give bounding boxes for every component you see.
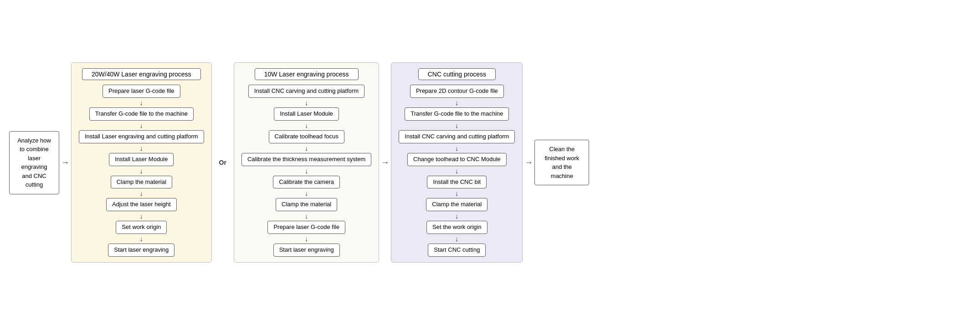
arrow-cnc-5: [455, 189, 459, 197]
clean-label: Clean the finished work and the machine: [544, 146, 579, 179]
step-10w-7: Prepare laser G-code file: [267, 221, 345, 234]
step-cnc-6: Clamp the material: [426, 198, 487, 211]
arrow-20w-7: [140, 235, 144, 243]
clean-box: Clean the finished work and the machine: [534, 140, 589, 185]
analyze-box: Analyze how to combine laser engraving a…: [9, 131, 59, 194]
arrow-20w-6: [140, 212, 144, 220]
process-20w-title: 20W/40W Laser engraving process: [82, 68, 201, 80]
step-cnc-3: Install CNC carving and cutting platform: [399, 130, 515, 143]
process-10w-steps: Install CNC carving and cutting platform…: [241, 85, 371, 257]
process-20w-steps: Prepare laser G-code file Transfer G-cod…: [79, 85, 204, 257]
or-label: Or: [215, 159, 231, 166]
arrow-cnc-1: [455, 99, 459, 107]
arrow-10w-1: [305, 99, 308, 107]
process-cnc-steps: Prepare 2D contour G-code file Transfer …: [399, 85, 515, 257]
step-cnc-2: Transfer G-code file to the machine: [405, 107, 509, 121]
step-10w-2: Install Laser Module: [274, 107, 339, 121]
step-10w-8: Start laser engraving: [273, 244, 340, 257]
step-20w-6: Adjust the laser height: [106, 198, 177, 211]
processes-group: 20W/40W Laser engraving process Prepare …: [71, 62, 379, 263]
step-10w-6: Clamp the material: [276, 198, 337, 211]
arrow-cnc-7: [455, 235, 459, 243]
arrow-10w-7: [305, 235, 308, 243]
step-cnc-8: Start CNC cutting: [428, 244, 486, 257]
step-cnc-7: Set the work origin: [426, 221, 487, 234]
arrow-analyze-to-processes: →: [59, 158, 71, 168]
process-10w-container: 10W Laser engraving process Install CNC …: [234, 62, 379, 263]
arrow-cnc-2: [455, 122, 459, 129]
step-20w-4: Install Laser Module: [109, 153, 174, 166]
step-20w-3: Install Laser engraving and cutting plat…: [79, 130, 204, 143]
step-20w-7: Set work origin: [116, 221, 167, 234]
arrow-10w-6: [305, 212, 308, 220]
arrow-20w-3: [140, 144, 144, 152]
step-cnc-4: Change toolhead to CNC Module: [407, 153, 507, 166]
step-10w-1: Install CNC carving and cutting platform: [248, 85, 364, 98]
step-cnc-5: Install the CNC bit: [427, 176, 487, 189]
arrow-10w-2: [305, 122, 308, 129]
process-cnc-container: CNC cutting process Prepare 2D contour G…: [391, 62, 523, 263]
arrow-cnc-6: [455, 212, 459, 220]
step-10w-5: Calibrate the camera: [273, 176, 340, 189]
arrow-to-clean: →: [523, 158, 534, 168]
arrow-20w-4: [140, 167, 144, 175]
arrow-cnc-3: [455, 144, 459, 152]
step-20w-5: Clamp the material: [111, 176, 172, 189]
process-cnc-title: CNC cutting process: [418, 68, 496, 80]
arrow-20w-1: [140, 99, 144, 107]
arrow-20w-5: [140, 189, 144, 197]
arrow-cnc-4: [455, 167, 459, 175]
step-cnc-1: Prepare 2D contour G-code file: [410, 85, 504, 98]
process-10w-title: 10W Laser engraving process: [255, 68, 359, 80]
arrow-to-cnc: →: [379, 158, 391, 168]
arrow-10w-3: [305, 144, 308, 152]
step-20w-8: Start laser engraving: [108, 244, 174, 257]
arrow-10w-5: [305, 189, 308, 197]
arrow-10w-4: [305, 167, 308, 175]
step-10w-4: Calibrate the thickness measurement syst…: [241, 153, 371, 166]
step-20w-2: Transfer G-code file to the machine: [89, 107, 194, 121]
diagram: Analyze how to combine laser engraving a…: [0, 0, 980, 325]
step-20w-1: Prepare laser G-code file: [103, 85, 180, 98]
analyze-label: Analyze how to combine laser engraving a…: [17, 137, 51, 188]
arrow-20w-2: [140, 122, 144, 129]
process-20w-container: 20W/40W Laser engraving process Prepare …: [71, 62, 212, 263]
step-10w-3: Calibrate toolhead focus: [269, 130, 344, 143]
